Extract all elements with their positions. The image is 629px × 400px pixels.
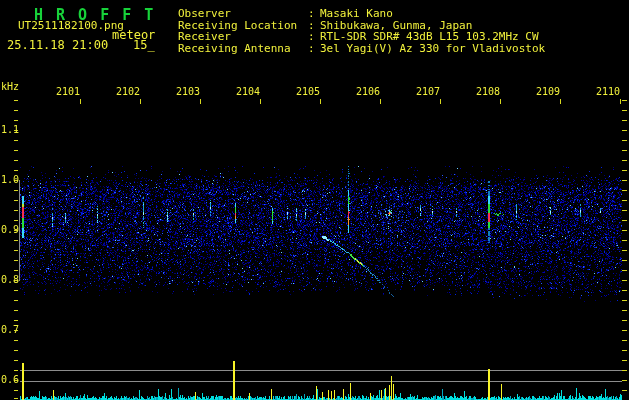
freq-tick-label: 0.6 <box>1 374 17 385</box>
info-value: 3el Yagi(V) Az 330 for Vladivostok <box>320 43 545 55</box>
info-label: Observer <box>178 8 308 20</box>
spectrogram-canvas <box>0 0 629 400</box>
time-tick-label: 2105 <box>294 86 320 97</box>
time-tick-label: 2109 <box>534 86 560 97</box>
freq-tick-label: 0.8 <box>1 274 17 285</box>
info-separator: : <box>308 8 320 20</box>
time-tick-label: 2102 <box>114 86 140 97</box>
time-tick-label: 2101 <box>54 86 80 97</box>
receiver-info-row: Observer:Masaki Kano <box>178 8 545 20</box>
second-counter: 15_ <box>133 38 155 52</box>
hrofft-window: H R O F F T UT2511182100.png meteor 25.1… <box>0 0 629 400</box>
receiver-info-block: Observer:Masaki KanoReceiving Location:S… <box>178 8 545 54</box>
time-tick-label: 2104 <box>234 86 260 97</box>
capture-datetime: 25.11.18 21:00 <box>7 38 108 52</box>
time-tick-label: 2107 <box>414 86 440 97</box>
time-tick-label: 2110 <box>594 86 620 97</box>
info-separator: : <box>308 43 320 55</box>
time-tick-label: 2108 <box>474 86 500 97</box>
freq-tick-label: 0.9 <box>1 224 17 235</box>
time-tick-label: 2103 <box>174 86 200 97</box>
receiver-info-row: Receiving Antenna:3el Yagi(V) Az 330 for… <box>178 43 545 55</box>
capture-filename: UT2511182100.png <box>18 19 124 32</box>
time-tick-label: 2106 <box>354 86 380 97</box>
info-label: Receiving Antenna <box>178 43 308 55</box>
freq-tick-label: 1.1 <box>1 124 17 135</box>
freq-tick-label: 0.7 <box>1 324 17 335</box>
freq-tick-label: 1.0 <box>1 174 17 185</box>
info-value: Masaki Kano <box>320 8 393 20</box>
freq-axis-unit-label: kHz <box>1 81 19 92</box>
